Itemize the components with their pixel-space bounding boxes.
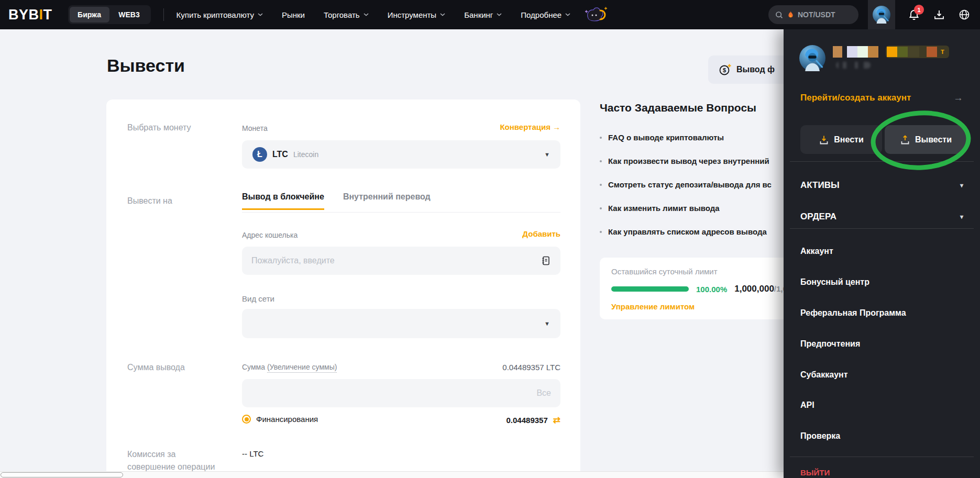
- section-label: ОРДЕРА: [800, 212, 836, 222]
- tabs-divider: [242, 212, 560, 213]
- coin-symbol: LTC: [272, 150, 288, 159]
- svg-text:$: $: [723, 67, 726, 73]
- withdraw-to-section-label: Вывести на: [127, 196, 172, 206]
- funding-label: Финансирования: [256, 415, 318, 424]
- amount-section-label: Сумма вывода: [127, 363, 185, 372]
- panel-divider: [790, 161, 974, 162]
- vip-badge-redacted: T: [886, 46, 949, 58]
- section-orders[interactable]: ОРДЕРА ▾: [800, 212, 963, 222]
- caret-down-icon: ▾: [960, 213, 963, 220]
- deposit-button[interactable]: Внести: [800, 125, 882, 154]
- withdraw-form-card: Выбрать монету Монета Конвертация→ Ł LTC…: [106, 99, 580, 478]
- withdraw-button[interactable]: Вывести: [885, 125, 967, 154]
- menu-bonus-center[interactable]: Бонусный центр: [800, 277, 963, 287]
- username-redacted: T: [833, 46, 949, 58]
- nav-trade[interactable]: Торговать: [324, 10, 369, 19]
- fiat-button-label: Вывод ф: [736, 65, 775, 74]
- panel-divider: [790, 228, 974, 229]
- nav-label: Купить криптовалюту: [177, 10, 254, 19]
- nav-label: Торговать: [324, 10, 360, 19]
- menu-referral-program[interactable]: Реферальная Программа: [800, 308, 963, 318]
- radio-selected-icon: [242, 415, 251, 424]
- mascot-icon[interactable]: [584, 7, 607, 23]
- nav-banking[interactable]: Банкинг: [464, 10, 502, 19]
- bullet-icon: [600, 231, 602, 233]
- wallet-address-label: Адрес кошелька: [242, 231, 298, 239]
- nav-label: Рынки: [282, 10, 305, 19]
- funding-account-radio[interactable]: Финансирования: [242, 415, 318, 424]
- bybit-logo[interactable]: BYBIT: [8, 7, 52, 23]
- avatar-image: [873, 6, 890, 24]
- transfer-swap-icon[interactable]: ⇄: [553, 415, 560, 426]
- add-address-link[interactable]: Добавить: [522, 229, 560, 238]
- deposit-label: Внести: [834, 135, 863, 144]
- arrow-right-icon: →: [553, 123, 560, 131]
- withdraw-icon: [900, 135, 910, 145]
- fee-value: -- LTC: [242, 449, 263, 458]
- coin-select[interactable]: Ł LTC Litecoin ▼: [242, 140, 560, 169]
- menu-api[interactable]: API: [800, 401, 963, 410]
- nav-buy-crypto[interactable]: Купить криптовалюту: [177, 10, 263, 19]
- user-id-redacted: [836, 62, 871, 69]
- toggle-web3[interactable]: WEB3: [109, 7, 149, 23]
- notification-badge: 1: [914, 5, 924, 15]
- go-create-account-label: Перейти/создать аккаунт: [800, 93, 911, 103]
- limit-percent: 100.00%: [696, 285, 727, 294]
- go-create-account-link[interactable]: Перейти/создать аккаунт →: [800, 92, 963, 104]
- language-globe-button[interactable]: [958, 8, 971, 21]
- fee-section-label: Комиссия за совершение операции: [127, 448, 215, 473]
- profile-avatar[interactable]: [868, 0, 895, 29]
- nav-tools[interactable]: Инструменты: [388, 10, 446, 19]
- caret-down-icon: ▾: [960, 182, 963, 189]
- menu-preferences[interactable]: Предпочтения: [800, 339, 963, 349]
- logout-link[interactable]: ВЫЙТИ: [800, 468, 830, 477]
- address-book-icon[interactable]: [541, 255, 551, 266]
- chevron-down-icon: [565, 13, 570, 16]
- panel-divider: [790, 457, 974, 457]
- bullet-icon: [600, 137, 602, 139]
- manage-limit-link[interactable]: Управление лимитом: [611, 302, 695, 311]
- deposit-icon: [819, 135, 829, 145]
- globe-icon: [958, 8, 971, 21]
- nav-markets[interactable]: Рынки: [282, 10, 305, 19]
- section-assets[interactable]: АКТИВЫ ▾: [800, 180, 963, 191]
- wallet-address-input[interactable]: Пожалуйста, введите: [242, 247, 560, 275]
- tab-onchain-withdrawal[interactable]: Вывод в блокчейне: [242, 192, 324, 210]
- logo-text-2: T: [43, 7, 52, 23]
- chevron-down-icon: [497, 13, 502, 16]
- search-pair-text: NOT/USDT: [798, 10, 835, 19]
- convert-link[interactable]: Конвертация→: [500, 123, 560, 131]
- amount-increase-hint[interactable]: (Увеличение суммы): [267, 363, 337, 373]
- notifications-bell[interactable]: 1: [908, 8, 920, 21]
- navbar-divider: [163, 8, 164, 21]
- bybit-withdraw-page: BYBIT Биржа WEB3 Купить криптовалюту Рын…: [0, 0, 980, 478]
- amount-input[interactable]: Все: [242, 379, 560, 407]
- chevron-down-icon: [258, 13, 263, 16]
- limit-label: Оставшийся суточный лимит: [611, 267, 799, 276]
- logo-accent: I: [39, 7, 43, 23]
- download-app-button[interactable]: [933, 8, 945, 21]
- nav-label: Банкинг: [464, 10, 493, 19]
- search-box[interactable]: NOT/USDT: [768, 5, 858, 24]
- funding-balance: 0.04489357 ⇄: [506, 415, 561, 426]
- panel-avatar[interactable]: [799, 45, 825, 73]
- caret-down-icon: ▼: [544, 151, 550, 158]
- download-icon: [933, 8, 945, 21]
- tab-internal-transfer[interactable]: Внутренний перевод: [343, 192, 431, 210]
- funding-balance-value: 0.04489357: [506, 416, 548, 425]
- toggle-exchange[interactable]: Биржа: [70, 7, 109, 23]
- coin-field-label: Монета: [242, 124, 268, 132]
- menu-account[interactable]: Аккаунт: [800, 247, 963, 256]
- nav-more[interactable]: Подробнее: [521, 10, 570, 19]
- withdraw-method-tabs: Вывод в блокчейне Внутренний перевод: [242, 192, 431, 210]
- network-select[interactable]: ▼: [242, 309, 560, 338]
- badge-letter: T: [941, 49, 944, 55]
- menu-verification[interactable]: Проверка: [800, 431, 963, 441]
- menu-subaccount[interactable]: Субаккаунт: [800, 370, 963, 380]
- bullet-icon: [600, 207, 602, 209]
- bullet-icon: [600, 184, 602, 186]
- scrollbar-thumb[interactable]: [1, 472, 123, 477]
- all-button[interactable]: Все: [536, 388, 551, 398]
- coin-name: Litecoin: [293, 150, 318, 159]
- page-title: Вывести: [107, 55, 185, 76]
